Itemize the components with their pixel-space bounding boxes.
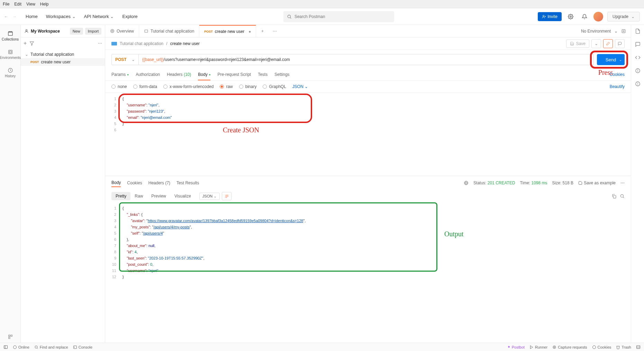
body-urlencoded[interactable]: x-www-form-urlencoded [163,84,214,89]
svg-rect-6 [8,32,12,35]
view-preview[interactable]: Preview [147,192,170,200]
body-formdata[interactable]: form-data [133,84,157,89]
tab-request[interactable]: POST create new user ● [199,25,256,37]
notifications-icon[interactable] [580,12,589,21]
comments-icon[interactable] [615,39,625,48]
globe-icon[interactable] [464,181,469,185]
online-status[interactable]: Online [13,345,29,349]
invite-button[interactable]: Invite [538,12,562,21]
resp-lang-selector[interactable]: JSON [199,193,220,200]
resp-tab-tests[interactable]: Test Results [176,179,199,187]
env-quicklook-icon[interactable] [621,29,626,34]
url-input[interactable]: {{base_url}}/users?username=njeri&passwo… [138,54,593,65]
console-toggle[interactable]: Console [73,345,92,349]
body-raw[interactable]: raw [220,84,233,89]
save-example-button[interactable]: Save as example [578,181,616,185]
new-button[interactable]: New [70,28,83,35]
cookies-link-footer[interactable]: Cookies [592,345,611,349]
nav-explore[interactable]: Explore [120,12,139,20]
menu-edit[interactable]: Edit [14,2,21,7]
tab-more-icon[interactable]: ⋯ [269,25,281,37]
save-button[interactable]: Save [566,40,589,48]
method-selector[interactable]: POST [111,54,138,65]
body-graphql[interactable]: GraphQL [263,84,286,89]
body-none[interactable]: none [111,84,127,89]
view-visualize[interactable]: Visualize [170,192,195,200]
add-tab-button[interactable]: + [256,25,269,37]
info-rail-icon[interactable] [635,68,641,73]
sidebar-toggle-icon[interactable] [3,345,8,349]
tab-collection[interactable]: Tutorial chat application [139,25,199,37]
nav-workspaces[interactable]: Workspaces [44,12,78,20]
request-label: create new user [41,60,71,64]
close-icon[interactable]: ● [248,29,251,34]
code-icon[interactable] [635,55,641,60]
view-pretty[interactable]: Pretty [111,192,130,200]
annotation-output-label: Output [444,230,464,238]
beautify-link[interactable]: Beautify [610,84,625,89]
view-raw[interactable]: Raw [130,192,147,200]
find-replace[interactable]: Find and replace [34,345,68,349]
save-dropdown[interactable]: ⌄ [591,39,601,48]
menu-file[interactable]: File [3,2,9,7]
menu-view[interactable]: View [26,2,35,7]
settings-icon[interactable] [566,12,575,21]
send-button[interactable]: Send [597,54,625,65]
subtab-authorization[interactable]: Authorization [136,69,160,80]
svg-point-13 [26,29,27,31]
menu-help[interactable]: Help [40,2,49,7]
filter-icon[interactable] [29,41,34,46]
avatar[interactable] [593,12,603,21]
resp-more-icon[interactable]: ⋯ [620,181,625,185]
resp-tab-cookies[interactable]: Cookies [127,179,142,187]
subtab-headers[interactable]: Headers (10) [167,69,191,80]
sidebar-item-environments[interactable]: Environments [1,46,20,62]
subtab-body[interactable]: Body [198,69,210,80]
more-icon[interactable]: ⋯ [98,41,102,46]
import-button[interactable]: Import [85,28,101,35]
request-body-editor[interactable]: 123456 { "username": "njeri", "password"… [105,93,631,176]
docs-icon[interactable] [635,28,641,34]
search-input[interactable]: Search Postman [283,11,394,22]
collection-row[interactable]: ⌄ Tutorial chat application [21,51,105,58]
svg-line-40 [37,348,38,349]
upgrade-button[interactable]: Upgrade [607,12,640,21]
tab-overview[interactable]: Overview [105,25,139,37]
capture-link[interactable]: Capture requests [552,345,587,349]
nav-home[interactable]: Home [24,12,40,20]
body-lang-selector[interactable]: JSON [292,84,308,89]
response-body-viewer[interactable]: 123456789101112 { "_links": { "avatar": … [105,202,631,343]
top-nav: ← → Home Workspaces API Network Explore … [0,8,644,25]
trash-link[interactable]: Trash [616,345,631,349]
subtab-tests[interactable]: Tests [258,69,267,80]
request-row[interactable]: POST create new user [21,58,105,66]
copy-icon[interactable] [611,194,616,199]
environments-icon [7,49,13,55]
search-resp-icon[interactable] [620,194,625,199]
resp-tab-body[interactable]: Body [111,179,121,187]
subtab-settings[interactable]: Settings [274,69,289,80]
cookies-link[interactable]: Cookies [610,69,625,80]
body-binary[interactable]: binary [239,84,257,89]
crumb-collection[interactable]: Tutorial chat application [120,41,163,46]
resp-tab-headers[interactable]: Headers (7) [148,179,170,187]
sidebar-item-history[interactable]: History [1,64,20,81]
related-icon[interactable] [635,81,641,87]
environment-selector[interactable]: No Environment ⌄ [581,29,618,34]
nav-api-network[interactable]: API Network [82,12,116,20]
runner-link[interactable]: Runner [529,345,547,349]
sidebar-configure[interactable] [1,331,20,343]
sidebar-item-collections[interactable]: Collections [1,28,20,44]
http-icon [111,42,117,46]
wrap-icon[interactable] [222,192,232,200]
subtab-prerequest[interactable]: Pre-request Script [217,69,251,80]
share-icon[interactable] [603,39,613,48]
postbot-link[interactable]: ✦ Postbot [507,345,525,349]
comment-rail-icon[interactable] [635,42,641,47]
add-icon[interactable]: + [24,40,27,46]
layout-toggle-icon[interactable] [636,345,641,349]
svg-rect-20 [111,42,117,45]
time-value: 1098 ms [532,181,547,185]
nav-back-icon[interactable]: ← [4,14,8,19]
subtab-params[interactable]: Params [111,69,129,80]
